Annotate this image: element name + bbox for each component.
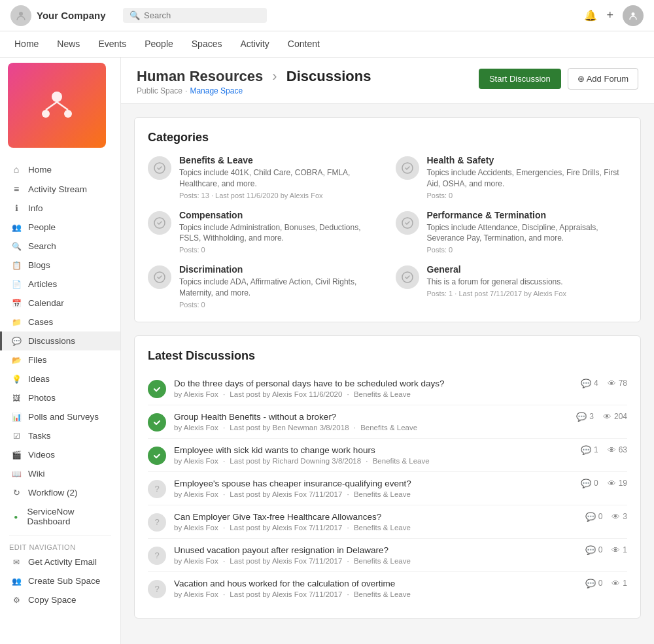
user-avatar[interactable] (623, 5, 644, 26)
disc-sep2-5: · (347, 557, 351, 565)
disc-sep2-1: · (354, 424, 358, 432)
disc-author-6: by Alexis Fox (174, 590, 218, 598)
sidebar-item-get-activity-email[interactable]: ✉ Get Activity Email (0, 552, 120, 571)
search-icon: 🔍 (129, 10, 140, 20)
disc-separator-0: · (223, 390, 225, 398)
nav-events[interactable]: Events (97, 31, 128, 58)
activity-stream-icon: ≡ (11, 184, 22, 194)
sidebar-item-create-sub-space[interactable]: 👥 Create Sub Space (0, 571, 120, 590)
tasks-icon: ☑ (11, 432, 22, 441)
main-content: Human Resources › Discussions Public Spa… (121, 58, 654, 644)
sidebar-item-search[interactable]: 🔍 Search (0, 237, 120, 256)
search-box[interactable]: 🔍 (123, 8, 267, 23)
space-logo[interactable] (8, 63, 106, 148)
category-compensation[interactable]: Compensation Topics include Administrati… (148, 210, 380, 254)
sidebar-item-workflow[interactable]: ↻ Workflow (2) (0, 483, 120, 502)
discussion-item-3[interactable]: ? Employee's spouse has cheaper insuranc… (148, 472, 627, 505)
category-content-compensation: Compensation Topics include Administrati… (179, 210, 380, 254)
cat-desc-performance: Topics include Attendance, Discipline, A… (427, 222, 628, 245)
start-discussion-button[interactable]: Start Discussion (479, 69, 561, 89)
view-count-2: 63 (619, 445, 627, 454)
breadcrumb-parent[interactable]: Human Resources (137, 68, 263, 84)
disc-body-6: Vacation and hous worked for the calcula… (174, 579, 577, 598)
discussion-item-1[interactable]: Group Health Benefits - without a broker… (148, 405, 627, 439)
nav-content[interactable]: Content (286, 31, 321, 58)
category-icon-benefits (148, 156, 171, 180)
sidebar-item-copy-space[interactable]: ⚙ Copy Space (0, 590, 120, 609)
discussion-item-0[interactable]: Do the three days of personal days have … (148, 372, 627, 405)
disc-status-3: ? (148, 480, 166, 498)
disc-stats-1: 💬 3 👁 204 (576, 412, 627, 422)
sidebar-item-cases[interactable]: 📁 Cases (0, 313, 120, 331)
calendar-icon: 📅 (11, 299, 22, 308)
cat-name-discrimination: Discrimination (179, 264, 380, 275)
sidebar-item-blogs[interactable]: 📋 Blogs (0, 256, 120, 275)
sidebar: ⌂ Home ≡ Activity Stream ℹ Info 👥 People… (0, 58, 121, 644)
view-icon-5: 👁 (611, 545, 620, 555)
discussion-item-6[interactable]: ? Vacation and hous worked for the calcu… (148, 572, 627, 605)
sidebar-item-ideas[interactable]: 💡 Ideas (0, 369, 120, 388)
cat-desc-general: This is a forum for general discussions. (427, 277, 566, 288)
category-benefits-leave[interactable]: Benefits & Leave Topics include 401K, Ch… (148, 155, 380, 199)
view-icon-6: 👁 (611, 579, 620, 588)
sidebar-item-info[interactable]: ℹ Info (0, 199, 120, 218)
discussion-item-2[interactable]: Employee with sick kid wants to change w… (148, 439, 627, 472)
sidebar-label-workflow: Workflow (2) (28, 488, 78, 498)
nav-news[interactable]: News (56, 31, 81, 58)
sidebar-item-photos[interactable]: 🖼 Photos (0, 388, 120, 407)
sidebar-item-activity-stream[interactable]: ≡ Activity Stream (0, 179, 120, 199)
search-input[interactable] (144, 10, 260, 20)
category-performance[interactable]: Performance & Termination Topics include… (396, 210, 628, 254)
create-sub-space-icon: 👥 (11, 577, 22, 586)
cat-desc-discrimination: Topics include ADA, Affirmative Action, … (179, 277, 380, 299)
nav-activity[interactable]: Activity (239, 31, 270, 58)
comment-count-1: 3 (589, 412, 594, 421)
sidebar-item-servicenow[interactable]: ● ServiceNow Dashboard (0, 502, 120, 531)
comment-count-2: 1 (594, 445, 598, 454)
sidebar-item-people[interactable]: 👥 People (0, 218, 120, 237)
category-general[interactable]: General This is a forum for general disc… (396, 264, 628, 309)
breadcrumb: Public Space · Manage Space (137, 86, 371, 95)
cat-name-general: General (427, 264, 566, 275)
comment-icon-6: 💬 (585, 579, 596, 588)
company-name: Your Company (37, 10, 106, 21)
discussion-item-4[interactable]: ? Can Employer Give Tax-free Healthcare … (148, 505, 627, 539)
comment-count-0: 4 (594, 379, 598, 388)
category-health-safety[interactable]: Health & Safety Topics include Accidents… (396, 155, 628, 199)
disc-title-0: Do the three days of personal days have … (174, 379, 573, 388)
sidebar-item-tasks[interactable]: ☑ Tasks (0, 426, 120, 445)
disc-lastpost-6: Last post by Alexis Fox 7/11/2017 (230, 590, 342, 598)
sidebar-item-videos[interactable]: 🎬 Videos (0, 445, 120, 464)
navbar: Home News Events People Spaces Activity … (0, 31, 654, 58)
company-logo[interactable]: Your Company (10, 5, 115, 26)
disc-comments-6: 💬 0 (585, 579, 603, 588)
notification-icon[interactable]: 🔔 (584, 9, 597, 22)
disc-views-3: 👁 19 (608, 479, 627, 488)
sidebar-item-home[interactable]: ⌂ Home (0, 160, 120, 179)
disc-sep2-4: · (347, 524, 351, 532)
sidebar-item-discussions[interactable]: 💬 Discussions (0, 331, 120, 350)
disc-views-2: 👁 63 (608, 445, 627, 455)
sidebar-item-calendar[interactable]: 📅 Calendar (0, 294, 120, 313)
sidebar-item-polls[interactable]: 📊 Polls and Surveys (0, 407, 120, 426)
disc-lastpost-2: Last post by Richard Downing 3/8/2018 (230, 457, 361, 465)
sidebar-label-blogs: Blogs (28, 260, 50, 270)
manage-space-link[interactable]: Manage Space (190, 86, 243, 95)
open-icon-4: ? (154, 517, 159, 527)
disc-separator2-0: · (347, 390, 349, 398)
nav-spaces[interactable]: Spaces (190, 31, 224, 58)
company-avatar (10, 5, 31, 26)
disc-comments-2: 💬 1 (581, 445, 598, 455)
add-forum-button[interactable]: ⊕ Add Forum (568, 68, 638, 90)
copy-space-icon: ⚙ (11, 596, 22, 605)
nav-people[interactable]: People (143, 31, 175, 58)
disc-status-0 (148, 380, 166, 398)
sidebar-item-files[interactable]: 📂 Files (0, 350, 120, 369)
blogs-icon: 📋 (11, 261, 22, 270)
add-icon[interactable]: + (606, 8, 613, 22)
sidebar-item-wiki[interactable]: 📖 Wiki (0, 464, 120, 483)
nav-home[interactable]: Home (13, 31, 40, 58)
sidebar-item-articles[interactable]: 📄 Articles (0, 275, 120, 294)
category-discrimination[interactable]: Discrimination Topics include ADA, Affir… (148, 264, 380, 309)
discussion-item-5[interactable]: ? Unused vacation payout after resignati… (148, 539, 627, 572)
